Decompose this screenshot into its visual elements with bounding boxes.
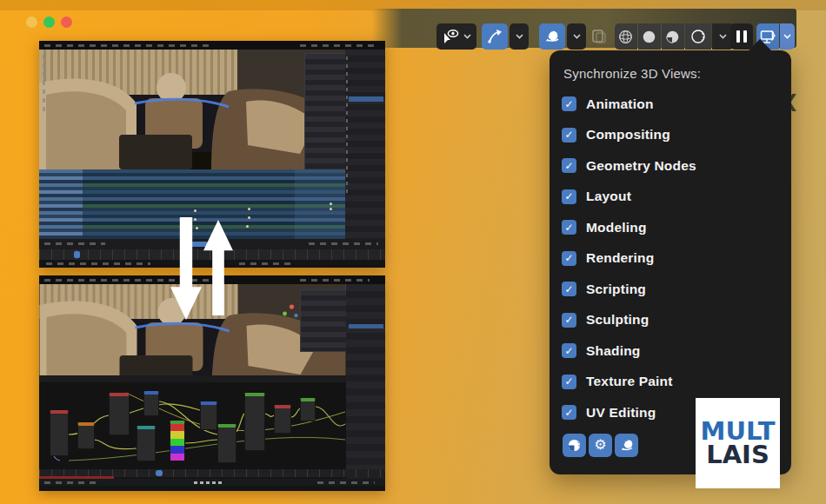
overlays-toggle-disabled [588, 23, 610, 50]
traffic-light-zoom[interactable] [43, 17, 55, 28]
sync-option-shading[interactable]: ✓ Shading [562, 341, 779, 361]
sync-option-layout[interactable]: ✓ Layout [562, 187, 779, 207]
sync-option-label: Sculpting [586, 312, 649, 328]
check-icon: ✓ [564, 283, 573, 294]
pause-icon [736, 30, 747, 43]
sync-link-icon [619, 438, 635, 453]
transform-sidebar-panel [304, 53, 347, 171]
chevron-down-icon [463, 34, 471, 39]
check-icon: ✓ [564, 98, 573, 109]
selected-property-row [349, 324, 383, 328]
shading-mode-group [614, 23, 734, 50]
check-icon: ✓ [564, 315, 573, 325]
check-icon: ✓ [564, 345, 573, 355]
sync-option-label: Layout [586, 189, 631, 204]
sync-option-compositing[interactable]: ✓ Compositing [562, 125, 779, 145]
logo-line2: LAIS [706, 443, 769, 467]
checkbox-checked[interactable]: ✓ [562, 313, 576, 328]
check-icon: ✓ [564, 160, 573, 170]
check-icon: ✓ [564, 129, 573, 140]
sync-option-label: Compositing [586, 127, 670, 143]
app-window: ❮ [0, 0, 826, 504]
playhead [74, 251, 80, 258]
checkbox-checked[interactable]: ✓ [562, 282, 576, 296]
sync-option-modeling[interactable]: ✓ Modeling [562, 217, 779, 237]
gear-icon: ⚙ [594, 438, 606, 452]
trajectory-arrow-icon [487, 29, 503, 44]
shading-solid-button[interactable] [638, 23, 661, 50]
select-cursor-eye-icon [442, 28, 461, 45]
properties-editor [345, 50, 385, 268]
car-interior-render [39, 50, 345, 169]
shading-material-button[interactable] [662, 23, 684, 50]
sync-option-rendering[interactable]: ✓ Rendering [562, 249, 779, 269]
blender-header-bar [39, 275, 385, 284]
viewport-left-toolbar [43, 55, 45, 116]
sync-option-label: Rendering [586, 250, 654, 266]
check-icon: ✓ [564, 191, 573, 202]
shading-solid-icon [642, 30, 656, 44]
status-bar [39, 260, 385, 268]
overlays-disabled-icon [590, 28, 608, 45]
material-preview-icon [567, 438, 582, 453]
sync-option-label: Animation [586, 96, 654, 112]
selected-property-row [349, 96, 383, 102]
select-tool-button[interactable] [436, 23, 476, 50]
chevron-down-icon [573, 34, 581, 39]
sync-option-label: Scripting [586, 282, 646, 297]
shading-wireframe-button[interactable] [615, 23, 637, 50]
panel-title: Synchronize 3D Views: [563, 66, 779, 81]
checkbox-checked[interactable]: ✓ [562, 251, 576, 266]
sync-option-label: Texture Paint [586, 374, 673, 389]
shading-rendered-icon [690, 29, 706, 44]
trajectory-options-dropdown[interactable] [510, 23, 529, 50]
panel-pointer [748, 39, 772, 51]
sync-option-geometry-nodes[interactable]: ✓ Geometry Nodes [562, 156, 779, 176]
shader-node-editor [39, 375, 346, 469]
screenshot-shading-workspace [39, 275, 385, 491]
sync-option-animation[interactable]: ✓ Animation [562, 94, 779, 114]
chevron-down-icon [516, 34, 523, 39]
check-icon: ✓ [564, 376, 573, 387]
sync-option-label: Geometry Nodes [586, 158, 696, 174]
material-preview-button[interactable] [563, 434, 586, 457]
shading-sidebar-panel [300, 289, 347, 352]
check-icon: ✓ [564, 407, 573, 417]
color-ramp-node [170, 421, 185, 461]
sync-link-button[interactable] [615, 434, 638, 457]
orbit-tool-button[interactable] [539, 23, 565, 50]
viewport-3d [39, 50, 345, 169]
checkbox-checked[interactable]: ✓ [562, 405, 576, 420]
shading-material-icon [665, 30, 680, 44]
properties-editor [346, 284, 385, 491]
checkbox-checked[interactable]: ✓ [562, 96, 576, 111]
sync-option-scripting[interactable]: ✓ Scripting [562, 279, 779, 299]
trajectory-tool-button[interactable] [482, 23, 508, 50]
check-icon: ✓ [564, 222, 573, 232]
checkbox-checked[interactable]: ✓ [562, 189, 576, 204]
status-bar [39, 486, 385, 491]
blender-header-bar [39, 41, 385, 50]
sync-views-dropdown[interactable] [780, 23, 795, 50]
dope-sheet-channels [39, 169, 83, 239]
checkbox-checked[interactable]: ✓ [562, 343, 576, 358]
chevron-down-icon [719, 34, 727, 39]
checkbox-checked[interactable]: ✓ [562, 375, 576, 389]
dope-sheet-keyframe-area [83, 169, 345, 239]
shading-wireframe-icon [618, 30, 633, 44]
sync-option-label: Modeling [586, 220, 647, 235]
traffic-light-close[interactable] [61, 17, 72, 28]
sync-option-sculpting[interactable]: ✓ Sculpting [562, 310, 779, 330]
shading-rendered-button[interactable] [685, 23, 711, 50]
playhead [156, 470, 163, 476]
traffic-light-minimize[interactable] [26, 17, 37, 28]
checkbox-checked[interactable]: ✓ [562, 158, 576, 173]
sync-option-texture-paint[interactable]: ✓ Texture Paint [562, 372, 779, 392]
checkbox-checked[interactable]: ✓ [562, 128, 576, 143]
settings-button[interactable]: ⚙ [589, 434, 612, 457]
check-icon: ✓ [564, 253, 573, 263]
playback-controls-bar [39, 479, 385, 486]
checkbox-checked[interactable]: ✓ [562, 220, 576, 235]
orbit-options-dropdown[interactable] [567, 23, 586, 50]
chevron-down-icon [783, 34, 791, 39]
